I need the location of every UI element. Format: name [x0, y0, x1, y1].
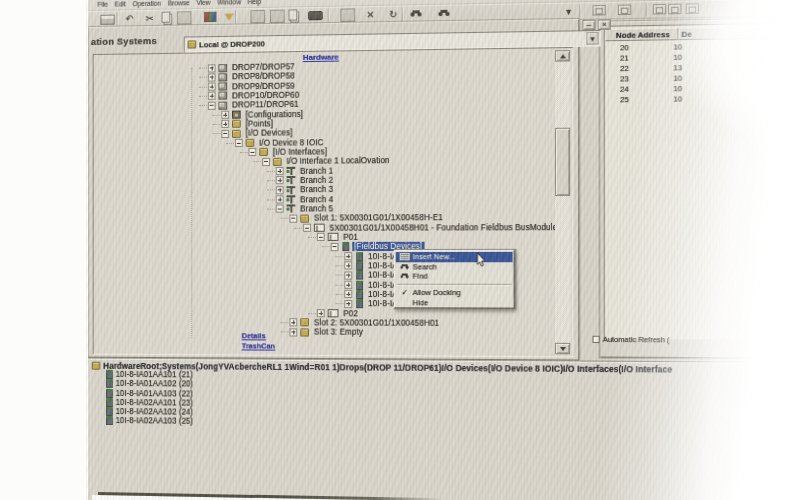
column-header[interactable]: Node Address — [605, 28, 679, 42]
collapse-icon[interactable] — [249, 148, 257, 156]
expand-icon[interactable] — [276, 167, 284, 175]
expand-icon[interactable] — [276, 186, 284, 194]
expand-icon[interactable] — [276, 177, 284, 185]
collapse-icon[interactable] — [235, 139, 243, 147]
expand-icon[interactable] — [276, 195, 284, 203]
palette-icon[interactable] — [204, 12, 217, 22]
result-item-label: 10I-8-IA01AA102 (20) — [116, 379, 193, 389]
collapse-icon[interactable] — [262, 158, 270, 166]
automatic-refresh-checkbox[interactable] — [593, 336, 600, 343]
expand-icon[interactable] — [221, 111, 229, 119]
context-menu-item[interactable]: Insert New... — [396, 252, 513, 262]
toolbar-separator — [579, 4, 581, 17]
delete-icon[interactable]: ✕ — [363, 8, 378, 22]
expand-icon[interactable] — [317, 309, 325, 317]
menu-window[interactable]: Window — [217, 0, 241, 6]
expand-icon[interactable] — [344, 271, 352, 279]
collapse-icon[interactable] — [303, 224, 311, 232]
chevron-down-icon[interactable]: ▼ — [586, 32, 598, 45]
window-close-icon[interactable] — [618, 5, 631, 16]
tree-row[interactable]: P02 — [308, 309, 360, 318]
find-next-binoculars-icon[interactable] — [436, 7, 451, 21]
tree-row[interactable]: [Configurations] — [213, 109, 305, 119]
window-new-icon[interactable] — [593, 5, 606, 16]
collapse-icon[interactable] — [317, 233, 325, 241]
result-item[interactable]: 10I-8-IA01AA102 (20) — [105, 379, 193, 389]
menu-view[interactable]: View — [196, 0, 210, 6]
context-menu-item[interactable]: Search — [396, 262, 513, 272]
collapse-icon[interactable] — [276, 205, 284, 213]
tree-row[interactable]: Slot 1: 5X00301G01/1X00458H-E1 — [281, 213, 445, 223]
menu-browse[interactable]: Browse — [168, 0, 190, 7]
undo-icon[interactable]: ↶ — [122, 12, 136, 25]
expand-icon[interactable] — [208, 73, 216, 81]
scrollbar-thumb[interactable] — [555, 128, 570, 196]
expand-icon[interactable] — [344, 262, 352, 270]
tree-row[interactable]: Branch 1 — [267, 166, 335, 176]
expand-icon[interactable] — [344, 281, 352, 289]
expand-icon[interactable] — [344, 290, 352, 298]
expand-icon[interactable] — [208, 83, 216, 91]
expand-icon[interactable] — [208, 92, 216, 100]
column-header[interactable]: De — [678, 25, 800, 40]
menu-operation[interactable]: Operation — [132, 0, 161, 7]
tile-windows-icon[interactable] — [653, 4, 666, 15]
tree-row[interactable]: Branch 2 — [267, 176, 335, 186]
import-icon[interactable] — [250, 10, 265, 23]
context-menu-item[interactable]: Hide — [396, 297, 513, 307]
cut-icon[interactable]: ✂ — [142, 12, 156, 25]
tree-row[interactable]: Slot 3: Empty — [281, 328, 365, 338]
help-window-icon[interactable] — [686, 3, 699, 14]
result-item[interactable]: 10I-8-IA02AA101 (23) — [105, 398, 193, 408]
dropdown-arrow-icon[interactable]: ▾ — [561, 4, 576, 18]
details-link[interactable]: Details — [242, 331, 266, 340]
collapse-icon[interactable] — [331, 243, 339, 251]
tree-row[interactable]: I/O Interface 1 LocalOvation — [253, 156, 391, 166]
minimize-button[interactable]: – — [582, 20, 595, 31]
expand-icon[interactable] — [289, 328, 297, 336]
paste-icon[interactable] — [177, 11, 191, 24]
collapse-icon[interactable] — [289, 214, 297, 222]
camera-icon[interactable] — [308, 11, 323, 20]
expand-icon[interactable] — [344, 300, 352, 308]
close-button[interactable]: × — [598, 19, 611, 30]
tree-row[interactable]: Branch 5 — [267, 204, 335, 213]
result-item[interactable]: 10I-8-IA01AA103 (22) — [105, 388, 193, 398]
tree-item-label: [I/O Interfaces] — [271, 147, 329, 157]
select-icon[interactable] — [340, 8, 355, 22]
tree-row[interactable]: Branch 3 — [267, 185, 335, 195]
menu-file[interactable]: File — [98, 1, 108, 8]
result-item[interactable]: 10I-8-IA02AA103 (25) — [105, 416, 193, 426]
expand-icon[interactable] — [289, 319, 297, 327]
scroll-down-icon[interactable] — [555, 343, 570, 354]
tree-row[interactable]: Branch 4 — [267, 195, 335, 204]
scroll-up-icon[interactable] — [555, 50, 570, 62]
menu-help[interactable]: Help — [248, 0, 262, 5]
expand-icon[interactable] — [344, 252, 352, 260]
menu-edit[interactable]: Edit — [115, 0, 126, 7]
tree-row[interactable]: 5X00301G01/1X00458H01 - Foundation Field… — [294, 223, 559, 233]
expand-icon[interactable] — [221, 120, 229, 128]
print-icon[interactable] — [100, 15, 114, 25]
expand-icon[interactable] — [208, 64, 216, 72]
tree-row[interactable]: I/O Device 8 IOIC — [226, 138, 325, 148]
cascade-windows-icon[interactable] — [668, 4, 681, 15]
context-menu-item[interactable]: ✓Allow Docking — [396, 288, 513, 298]
copy-page-icon[interactable] — [288, 9, 297, 20]
node-table: Node AddressDe 201021102213231024102510 — [604, 22, 800, 340]
copy-icon[interactable] — [162, 12, 171, 23]
tree-item-label: Branch 2 — [298, 176, 335, 185]
refresh-icon[interactable]: ↻ — [386, 8, 401, 22]
tree-row[interactable]: Slot 2: 5X00301G01/1X00458H01 — [281, 318, 442, 328]
tree-scrollbar[interactable] — [555, 50, 570, 354]
find-binoculars-icon[interactable] — [409, 7, 424, 21]
collapse-icon[interactable] — [208, 102, 216, 110]
device-icon — [356, 252, 363, 261]
tree-row[interactable]: [I/O Devices] — [213, 129, 295, 139]
export-icon[interactable] — [270, 10, 285, 23]
collapse-icon[interactable] — [221, 130, 229, 138]
trashcan-link[interactable]: TrashCan — [242, 341, 275, 350]
filter-funnel-icon[interactable] — [224, 13, 234, 20]
context-menu-item[interactable]: Find — [396, 272, 513, 282]
tree-row[interactable]: P01 — [308, 233, 360, 242]
